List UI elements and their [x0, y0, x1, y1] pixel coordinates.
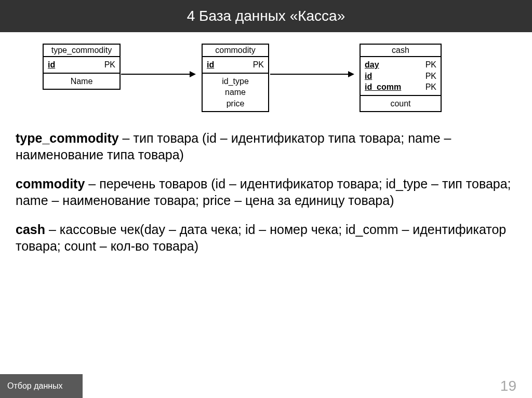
- pk-mark: PK: [425, 59, 436, 71]
- definition: – перечень товаров (id – идентификатор т…: [16, 176, 511, 208]
- er-diagram: type_commodity id PK Name commodity id P…: [0, 32, 532, 120]
- attr: Name: [48, 76, 115, 87]
- pk-field: id: [48, 59, 55, 71]
- pk-mark: PK: [104, 59, 115, 71]
- pk-field: id: [365, 71, 372, 82]
- attr: count: [365, 98, 436, 109]
- pk-field: id_comm: [365, 81, 401, 93]
- footer-label: Отбор данных: [0, 374, 83, 398]
- pk-mark: PK: [425, 81, 436, 93]
- term: type_commodity: [16, 131, 119, 145]
- definition: – кассовые чек(day – дата чека; id – ном…: [16, 222, 506, 253]
- term: cash: [16, 222, 45, 237]
- desc-type-commodity: type_commodity – тип товара (id – иденти…: [16, 130, 516, 163]
- table-title: type_commodity: [44, 45, 119, 57]
- table-title: cash: [361, 45, 441, 57]
- slide-header: 4 База данных «Касса»: [0, 0, 532, 32]
- relation-arrow: [121, 74, 195, 75]
- relation-arrow: [270, 74, 353, 75]
- slide-footer: Отбор данных 19: [0, 374, 532, 398]
- descriptions: type_commodity – тип товара (id – иденти…: [0, 120, 532, 254]
- footer-spacer: [83, 374, 500, 398]
- pk-mark: PK: [425, 71, 436, 82]
- pk-mark: PK: [253, 59, 264, 71]
- attr: id_type: [207, 76, 264, 87]
- slide-title: 4 База данных «Касса»: [187, 8, 345, 24]
- desc-commodity: commodity – перечень товаров (id – идент…: [16, 175, 516, 209]
- attr: price: [207, 98, 264, 109]
- table-cash: cash day PK id PK id_comm PK count: [360, 44, 442, 112]
- desc-cash: cash – кассовые чек(day – дата чека; id …: [16, 221, 516, 254]
- pk-field: day: [365, 59, 379, 71]
- table-commodity: commodity id PK id_type name price: [202, 44, 269, 112]
- pk-field: id: [207, 59, 214, 71]
- attr: name: [207, 87, 264, 98]
- page-number: 19: [500, 374, 532, 398]
- table-title: commodity: [203, 45, 268, 57]
- table-type-commodity: type_commodity id PK Name: [43, 44, 121, 90]
- term: commodity: [16, 176, 85, 191]
